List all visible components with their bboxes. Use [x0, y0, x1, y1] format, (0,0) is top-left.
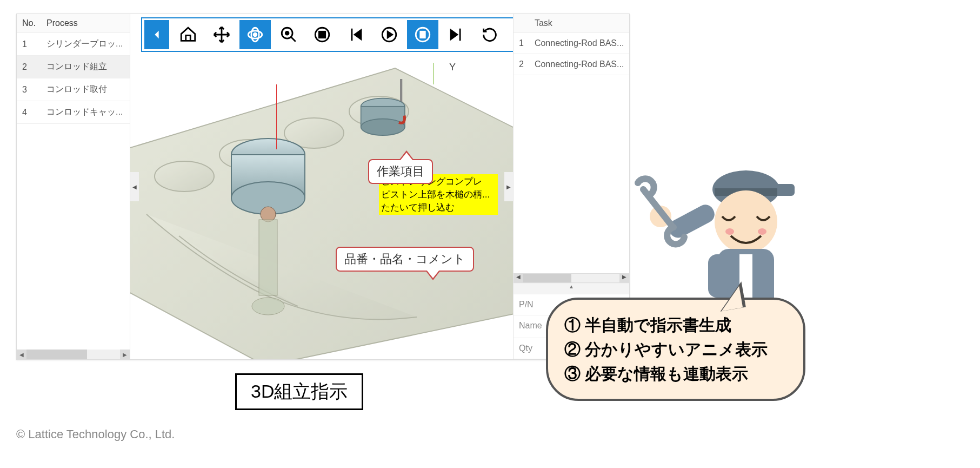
pause-icon [414, 25, 432, 44]
task-header: Task [529, 14, 629, 33]
copyright: © Lattice Technology Co., Ltd. [16, 427, 175, 441]
callout-part-info: 品番・品名・コメント [336, 247, 474, 272]
left-panel-toggle[interactable]: ◀ [130, 172, 139, 201]
right-scrollbar[interactable]: ◀ ▶ [514, 273, 629, 283]
feature-line: ② 分かりやすいアニメ表示 [564, 337, 787, 361]
home-button[interactable] [172, 20, 204, 49]
scroll-right-icon[interactable]: ▶ [120, 350, 130, 359]
scroll-left-icon[interactable]: ◀ [17, 350, 26, 359]
y-axis-label: Y [449, 62, 456, 73]
collapse-up-icon[interactable]: ▲ [514, 284, 629, 294]
right-panel-toggle[interactable]: ▶ [504, 172, 513, 201]
y-axis-line [433, 63, 434, 84]
home-icon [179, 25, 197, 44]
viewer-toolbar [141, 17, 513, 52]
svg-point-9 [252, 298, 284, 315]
collapse-button[interactable] [144, 20, 169, 49]
svg-rect-23 [423, 31, 425, 37]
zoom-icon [279, 25, 298, 44]
table-row[interactable]: 4 コンロッドキャッ... [17, 101, 130, 124]
zoom-button[interactable] [273, 20, 304, 49]
table-row[interactable]: 1 シリンダーブロッ... [17, 33, 130, 56]
svg-point-29 [725, 228, 734, 235]
callout-work-item: 作業項目 [368, 159, 433, 184]
left-scrollbar[interactable]: ◀ ▶ [17, 350, 130, 359]
feature-line: ③ 必要な情報も連動表示 [564, 361, 787, 386]
stop-icon [313, 25, 331, 44]
viewport[interactable]: Y ピストンリングコンプレ ピストン上部を木槌の柄... たたいて押し込む 作業… [130, 14, 513, 359]
task-table: Task 1Connecting-Rod BAS... 2Connecting-… [514, 14, 629, 75]
3d-canvas[interactable]: Y ピストンリングコンプレ ピストン上部を木槌の柄... たたいて押し込む 作業… [130, 14, 513, 359]
col-process-header: Process [41, 14, 130, 33]
svg-rect-19 [319, 31, 325, 37]
skip-forward-icon [447, 25, 465, 44]
redo-icon [481, 25, 499, 44]
col-no-header: No. [17, 14, 41, 33]
process-panel: No. Process 1 シリンダーブロッ... 2 コンロッド組立 3 コン… [17, 14, 130, 359]
svg-rect-34 [666, 202, 717, 241]
svg-point-17 [285, 31, 289, 35]
table-row[interactable]: 2Connecting-Rod BAS... [514, 54, 629, 75]
play-icon [380, 25, 398, 44]
feature-speech-bubble: ① 半自動で指示書生成 ② 分かりやすいアニメ表示 ③ 必要な情報も連動表示 [546, 298, 805, 401]
redo-button[interactable] [474, 20, 505, 49]
prev-button[interactable] [340, 20, 371, 49]
settings-button[interactable] [508, 20, 513, 49]
svg-rect-8 [259, 220, 277, 295]
app-window: No. Process 1 シリンダーブロッ... 2 コンロッド組立 3 コン… [16, 14, 630, 360]
play-button[interactable] [374, 20, 405, 49]
orbit-button[interactable] [239, 20, 271, 49]
ring-compressor-model [352, 79, 428, 139]
svg-rect-22 [421, 31, 422, 37]
svg-point-12 [361, 119, 405, 135]
caption: 3D組立指示 [235, 373, 363, 410]
orbit-icon [246, 25, 264, 44]
move-icon [212, 25, 231, 44]
feature-line: ① 半自動で指示書生成 [564, 313, 787, 337]
next-button[interactable] [441, 20, 472, 49]
table-row[interactable]: 3 コンロッド取付 [17, 78, 130, 101]
table-row[interactable]: 2 コンロッド組立 [17, 56, 130, 78]
skip-back-icon [346, 25, 365, 44]
pause-button[interactable] [407, 20, 438, 49]
svg-point-0 [155, 161, 214, 192]
axis-indicator [276, 84, 277, 149]
chevron-left-icon [152, 30, 162, 39]
process-table: No. Process 1 シリンダーブロッ... 2 コンロッド組立 3 コン… [17, 14, 130, 124]
table-row[interactable]: 1Connecting-Rod BAS... [514, 33, 629, 54]
svg-point-15 [254, 33, 257, 36]
pan-button[interactable] [206, 20, 237, 49]
svg-point-30 [758, 228, 766, 235]
stop-button[interactable] [306, 20, 338, 49]
